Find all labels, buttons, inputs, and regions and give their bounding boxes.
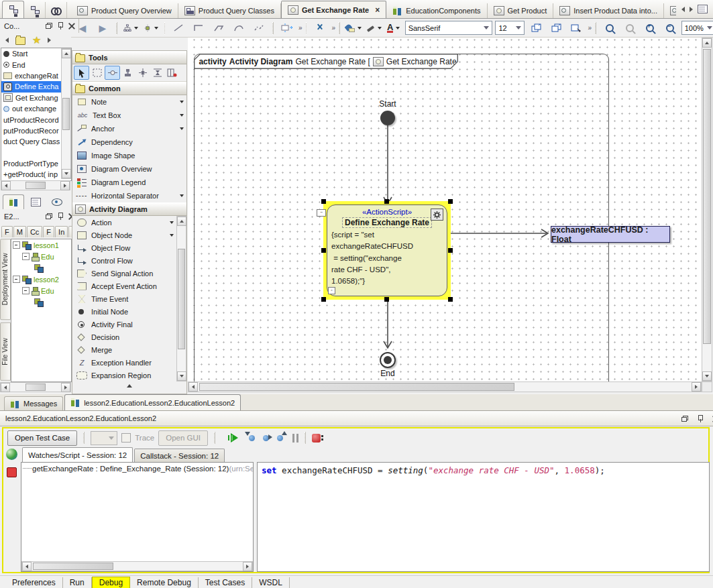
scroll-up-icon[interactable] [177, 217, 186, 226]
font-family-select[interactable]: SansSerif [405, 21, 493, 35]
resize-handle[interactable] [448, 297, 453, 302]
diagrams-tree-button[interactable] [24, 2, 46, 18]
spline-path-button[interactable] [250, 21, 268, 35]
tab-watches-script[interactable]: Watches/Script - Session: 12 [22, 447, 133, 462]
resize-handle[interactable] [384, 199, 389, 204]
palette-item-decision[interactable]: Decision [72, 331, 176, 343]
cut-button[interactable] [311, 21, 329, 35]
resize-handle[interactable] [321, 248, 326, 253]
run-icon[interactable] [231, 433, 238, 443]
palette-item-textbox[interactable]: abcText Box [72, 109, 186, 122]
tab-e2e-view[interactable] [3, 194, 24, 209]
scroll-down-icon[interactable] [702, 371, 712, 381]
tab-lesson2[interactable]: lesson2.EducationLesson2.EducationLesson… [64, 394, 241, 410]
watches-pane[interactable]: getExchangeRate : Define_Exchange_Rate (… [21, 462, 254, 572]
containment-vscrollbar[interactable] [61, 48, 71, 179]
palette-item-dependency[interactable]: Dependency [72, 135, 186, 149]
palette-item-anchor[interactable]: Anchor [72, 122, 186, 135]
palette-collapse-button[interactable] [72, 381, 186, 390]
rectilinear-path-button[interactable] [190, 21, 207, 35]
tree-expand-icon[interactable] [22, 287, 30, 294]
tab-letter[interactable]: M [13, 226, 26, 237]
scroll-thumb[interactable] [33, 563, 113, 570]
scroll-tabs-left-icon[interactable] [681, 7, 685, 12]
align-button[interactable] [142, 21, 160, 35]
palette-item-activity-final[interactable]: Activity Final [72, 318, 176, 331]
resize-handle[interactable] [384, 297, 389, 302]
scroll-right-icon[interactable] [60, 181, 70, 190]
tab-educationcomponents[interactable]: EducationComponents [386, 3, 487, 18]
history-forward-icon[interactable] [48, 38, 51, 43]
close-tab-icon[interactable]: × [375, 5, 380, 15]
tree-hscrollbar[interactable] [0, 382, 71, 392]
step-over-icon[interactable] [263, 435, 269, 441]
object-node-exchangerate[interactable]: exchangeRateCHFUSD : Float [551, 226, 670, 243]
scroll-thumb[interactable] [199, 383, 514, 391]
scroll-up-icon[interactable] [702, 38, 712, 48]
palette-item-image-shape[interactable]: Image Shape [72, 149, 186, 162]
tab-messages[interactable]: Messages [4, 396, 63, 410]
palette-item-object-node[interactable]: Object Node [72, 229, 176, 241]
palette-vscrollbar[interactable] [176, 216, 186, 381]
step-out-icon[interactable] [277, 435, 283, 441]
dropdown-arrow-icon[interactable] [170, 221, 174, 224]
resize-handle[interactable] [321, 297, 326, 302]
palette-item-exception-handler[interactable]: ZException Handler [72, 356, 176, 369]
scroll-thumb[interactable] [62, 98, 70, 130]
tab-list-view[interactable] [25, 195, 46, 209]
fill-color-button[interactable] [345, 21, 362, 35]
action-node-name[interactable]: Define Exchange Rate [342, 217, 432, 228]
tree-item[interactable]: Edu [11, 285, 71, 296]
palette-item-merge[interactable]: Merge [72, 343, 176, 356]
pin-panel-icon[interactable] [58, 213, 63, 220]
dropdown-arrow-icon[interactable] [180, 127, 184, 130]
tab-list-icon[interactable] [698, 5, 708, 13]
tab-overview[interactable] [47, 195, 67, 209]
pen-color-button[interactable] [365, 21, 382, 35]
open-folder-icon[interactable] [15, 37, 25, 45]
palette-item-horizontal-separator[interactable]: ----Horizontal Separator [72, 189, 186, 202]
swimlane-tool-button[interactable] [165, 66, 179, 79]
pin-panel-icon[interactable] [58, 22, 63, 30]
scroll-right-icon[interactable] [243, 562, 252, 571]
tab-insert-product-data[interactable]: Insert Product Data into... [553, 3, 664, 18]
tab-deployment-view[interactable]: Deployment View [0, 239, 11, 320]
zoom-region-button[interactable] [601, 21, 618, 35]
scroll-down-icon[interactable] [177, 371, 186, 381]
scroll-thumb[interactable] [178, 249, 185, 349]
align-distribute-button[interactable] [150, 66, 164, 79]
palette-item-send-signal[interactable]: Send Signal Action [72, 267, 176, 280]
canvas-vscrollbar[interactable] [702, 38, 712, 381]
activity-diagram-header[interactable]: Activity Diagram [72, 202, 186, 216]
breakpoint-icon[interactable] [7, 467, 17, 477]
tab-test-cases[interactable]: Test Cases [199, 577, 252, 588]
resize-handle[interactable] [321, 199, 326, 204]
tab-define[interactable]: Define [664, 3, 676, 18]
scroll-left-icon[interactable] [188, 382, 198, 392]
tree-expand-icon[interactable] [22, 253, 30, 260]
open-test-case-button[interactable]: Open Test Case [7, 430, 77, 446]
start-node[interactable] [380, 111, 395, 125]
scroll-left-icon[interactable] [1, 181, 11, 190]
collapse-minibox-icon[interactable]: − [317, 209, 326, 217]
remove-breakpoints-icon[interactable] [312, 434, 321, 443]
select-shapes-button[interactable] [567, 21, 585, 35]
gear-icon[interactable] [431, 209, 443, 221]
marquee-tool-button[interactable] [90, 66, 104, 79]
watch-item[interactable]: getExchangeRate : Define_Exchange_Rate (… [21, 463, 253, 473]
stamp-tool-button[interactable] [121, 66, 135, 79]
palette-item-note[interactable]: Note [72, 95, 186, 109]
tab-wsdl[interactable]: WSDL [252, 577, 290, 588]
end-node[interactable] [380, 352, 396, 368]
scroll-right-icon[interactable] [61, 383, 70, 392]
search-button[interactable] [46, 2, 67, 18]
scroll-right-icon[interactable] [692, 382, 701, 392]
layout-button[interactable] [122, 21, 140, 35]
script-pane[interactable]: set exchangeRateCHFUSD = setting("exchan… [257, 462, 710, 572]
palette-item-time-event[interactable]: Time Event [72, 292, 176, 305]
bring-to-front-button[interactable] [527, 21, 545, 35]
scroll-thumb[interactable] [25, 384, 46, 391]
toolbar-overflow-icon[interactable]: » [331, 24, 334, 32]
tools-header[interactable]: Tools [72, 51, 186, 64]
tab-remote-debug[interactable]: Remote Debug [130, 577, 199, 588]
